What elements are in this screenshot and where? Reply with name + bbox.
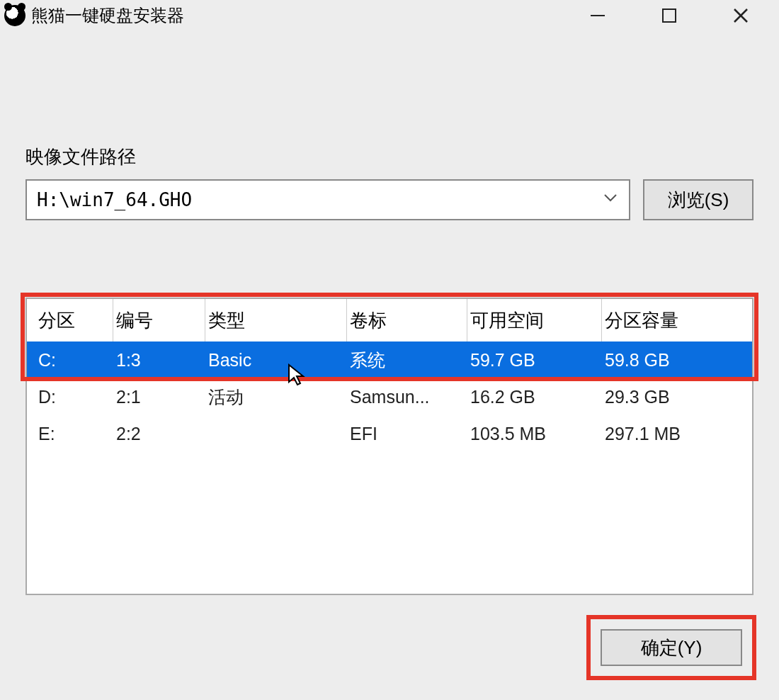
partition-table: 分区 编号 类型 卷标 可用空间 分区容量 C:1:3Basic系统59.7 G…: [25, 298, 754, 595]
cell-volume: EFI: [347, 424, 467, 444]
table-row[interactable]: E:2:2EFI103.5 MB297.1 MB: [27, 415, 752, 452]
cell-partition: E:: [35, 424, 113, 444]
cell-free: 59.7 GB: [467, 350, 602, 371]
table-row[interactable]: C:1:3Basic系统59.7 GB59.8 GB: [27, 341, 752, 378]
close-button[interactable]: [728, 3, 754, 28]
col-partition[interactable]: 分区: [35, 299, 113, 341]
cell-partition: C:: [35, 350, 113, 371]
image-path-value: H:\win7_64.GHO: [37, 189, 192, 210]
browse-button[interactable]: 浏览(S): [643, 179, 754, 220]
cell-number: 2:1: [113, 387, 205, 407]
window-title: 熊猫一键硬盘安装器: [31, 4, 184, 27]
col-type[interactable]: 类型: [205, 299, 347, 341]
cell-free: 103.5 MB: [467, 424, 602, 444]
col-free[interactable]: 可用空间: [467, 299, 602, 341]
minimize-button[interactable]: [585, 3, 610, 28]
maximize-button[interactable]: [656, 3, 682, 28]
highlight-rectangle-ok: 确定(Y): [586, 615, 756, 680]
cell-type: 活动: [205, 385, 347, 409]
table-row[interactable]: D:2:1活动Samsun...16.2 GB29.3 GB: [27, 378, 752, 415]
chevron-down-icon: [602, 189, 619, 210]
image-path-row: H:\win7_64.GHO 浏览(S): [25, 179, 754, 220]
cell-number: 1:3: [113, 350, 205, 371]
table-header: 分区 编号 类型 卷标 可用空间 分区容量: [27, 299, 752, 341]
col-capacity[interactable]: 分区容量: [602, 299, 752, 341]
cell-capacity: 29.3 GB: [602, 387, 752, 407]
cell-free: 16.2 GB: [467, 387, 602, 407]
svg-rect-1: [663, 9, 676, 22]
window-body: 映像文件路径 H:\win7_64.GHO 浏览(S): [0, 31, 779, 220]
title-bar: 熊猫一键硬盘安装器: [0, 0, 779, 31]
cell-volume: Samsun...: [347, 387, 467, 407]
cell-capacity: 297.1 MB: [602, 424, 752, 444]
ok-button[interactable]: 确定(Y): [601, 629, 742, 666]
cell-number: 2:2: [113, 424, 205, 444]
col-volume[interactable]: 卷标: [347, 299, 467, 341]
cell-capacity: 59.8 GB: [602, 350, 752, 371]
image-path-label: 映像文件路径: [25, 145, 754, 169]
image-path-dropdown[interactable]: H:\win7_64.GHO: [25, 179, 630, 220]
panda-icon: [4, 5, 25, 26]
cell-volume: 系统: [347, 349, 467, 372]
col-number[interactable]: 编号: [113, 299, 205, 341]
window-controls: [585, 3, 775, 28]
cell-type: Basic: [205, 350, 347, 371]
app-window: 熊猫一键硬盘安装器 映像文件路径 H:\win7_64.GHO 浏览(S): [0, 0, 779, 700]
table-body: C:1:3Basic系统59.7 GB59.8 GBD:2:1活动Samsun.…: [27, 341, 752, 452]
cell-partition: D:: [35, 387, 113, 407]
